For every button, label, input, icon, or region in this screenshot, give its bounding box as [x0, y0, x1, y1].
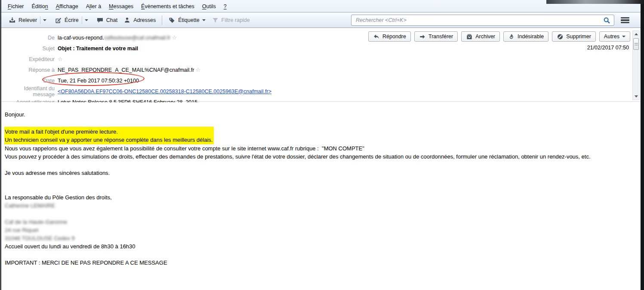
write-label: Écrire — [65, 17, 79, 23]
chat-icon — [96, 17, 104, 24]
reply-to-label: Réponse à — [1, 67, 58, 73]
down-arrow-icon — [635, 95, 638, 98]
reply-to-value: NE_PAS_REPONDRE_A_CE_MAIL%CNAF@cnafmail.… — [58, 67, 194, 73]
date-label: Date — [1, 78, 58, 84]
global-search-field[interactable] — [351, 15, 614, 26]
delete-label: Supprimer — [566, 34, 591, 40]
addresses-label: Adresses — [133, 17, 156, 23]
highlighted-notice: Votre mail a fait l'objet d'une première… — [4, 127, 214, 144]
search-input[interactable] — [355, 17, 603, 24]
scrollbar-thumb[interactable] — [633, 38, 639, 50]
tag-icon — [168, 17, 176, 24]
message-body: Bonjour. Votre mail a fait l'objet d'une… — [1, 102, 641, 290]
signature-address2-redacted: 31046 TOULOUSE Cedex 9 — [5, 234, 636, 242]
reply-label: Répondre — [382, 34, 406, 40]
junk-icon — [508, 34, 515, 40]
menu-edition[interactable]: Édition — [28, 2, 52, 11]
header-row-reply-to: Réponse à NE_PAS_REPONDRE_A_CE_MAIL%CNAF… — [1, 64, 641, 75]
menu-evenements-et-taches[interactable]: Évènements et tâches — [137, 2, 198, 11]
write-button[interactable]: Écrire — [52, 15, 82, 26]
message-id-label: Identifiant du message — [1, 85, 58, 98]
header-row-message-id: Identifiant du message <OF80A56D0A.EF97C… — [1, 86, 641, 97]
star-icon[interactable]: ☆ — [172, 34, 177, 41]
delete-button[interactable]: Supprimer — [552, 31, 596, 42]
chat-label: Chat — [106, 17, 117, 23]
paragraph-account-info: Nous vous rappelons que vous avez égalem… — [5, 144, 636, 153]
highlight-line-1: Votre mail a fait l'objet d'une première… — [5, 128, 213, 136]
star-icon[interactable]: ☆ — [58, 56, 63, 62]
from-value-redacted: caftoulouse@caf.cnafmail.fr — [104, 35, 170, 41]
chevron-down-icon — [43, 19, 46, 21]
received-date: 21/02/2017 07:50 — [587, 45, 629, 51]
from-value: la-caf-vous-repond. — [58, 35, 104, 41]
tag-label: Étiquette — [178, 17, 199, 23]
menu-aide[interactable]: ? — [220, 2, 231, 11]
chevron-down-icon — [202, 19, 206, 21]
addresses-icon — [123, 17, 131, 24]
message-id-link[interactable]: <OF80A56D0A.EF97CC06-ONC12580CE.00258318… — [58, 89, 271, 95]
background-window-edge — [546, 0, 644, 4]
hamburger-icon — [621, 17, 629, 18]
signature-name-redacted: Catherine LEMAIRE — [5, 201, 636, 210]
message-header-pane: De la-caf-vous-repond.caftoulouse@caf.cn… — [1, 28, 641, 102]
delete-icon — [557, 34, 564, 40]
paragraph-services: Vous pouvez y procéder à des simulations… — [5, 153, 636, 161]
date-value: Tue, 21 Feb 2017 07:50:32 +0100 — [58, 78, 139, 84]
signature-role: La responsable du Pôle Gestion des droit… — [5, 193, 636, 201]
sender-label: Expéditeur — [1, 56, 58, 62]
header-row-sender: Expéditeur ☆ — [1, 54, 641, 64]
get-mail-icon — [9, 17, 16, 24]
tag-button[interactable]: Étiquette — [165, 15, 208, 26]
toolbar-separator — [162, 15, 162, 25]
chevron-down-icon — [85, 19, 88, 21]
closing: Je vous adresse mes sincères salutations… — [5, 169, 636, 177]
search-icon — [603, 17, 610, 24]
important-notice: IMPORTANT : MERCI DE NE PAS REPONDRE A C… — [5, 259, 636, 267]
junk-label: Indésirable — [518, 34, 544, 40]
get-mail-label: Relever — [18, 17, 37, 23]
star-icon[interactable]: ☆ — [195, 67, 200, 73]
quick-filter-icon — [212, 17, 219, 24]
app-menu-button[interactable] — [620, 15, 630, 25]
archive-label: Archiver — [475, 34, 495, 40]
header-scrollbar[interactable] — [632, 31, 640, 100]
addresses-button[interactable]: Adresses — [120, 15, 159, 26]
chevron-down-icon — [622, 36, 626, 37]
window-right-edge — [641, 0, 644, 290]
menu-outils[interactable]: Outils — [198, 2, 220, 11]
get-mail-dropdown[interactable] — [40, 16, 49, 24]
get-mail-button[interactable]: Relever — [6, 15, 40, 26]
up-arrow-icon — [635, 33, 638, 35]
main-toolbar: Relever Écrire Chat Adresses Étiquette — [1, 13, 641, 28]
menu-messages[interactable]: Messages — [105, 2, 137, 11]
scroll-up-button[interactable] — [633, 31, 639, 37]
menu-aller-a[interactable]: Aller à — [82, 2, 105, 11]
subject-value: Objet : Traitement de votre mail — [58, 46, 138, 52]
opening-hours: Accueil ouvert du lundi au vendredi de 8… — [5, 242, 636, 250]
greeting: Bonjour. — [5, 110, 636, 119]
reply-button[interactable]: Répondre — [368, 31, 411, 42]
quick-filter-button[interactable]: Filtre rapide — [209, 15, 253, 26]
reply-icon — [373, 34, 380, 40]
menu-fichier[interactable]: Fichier — [4, 2, 28, 11]
highlight-line-2: Un technicien conseil va y apporter une … — [5, 136, 213, 144]
write-dropdown[interactable] — [82, 16, 91, 24]
signature-org-redacted: Caf de la Haute-Garonne — [5, 218, 636, 226]
scroll-down-button[interactable] — [633, 93, 639, 100]
junk-button[interactable]: Indésirable — [503, 31, 548, 42]
forward-button[interactable]: Transférer — [414, 31, 458, 42]
menu-bar: Fichier Édition Affichage Aller à Messag… — [1, 0, 641, 12]
scrollbar-track[interactable] — [633, 51, 639, 93]
window-left-border — [0, 0, 1, 290]
header-row-subject: Sujet Objet : Traitement de votre mail — [1, 43, 641, 54]
archive-button[interactable]: Archiver — [461, 31, 500, 42]
quick-filter-label: Filtre rapide — [222, 17, 250, 23]
message-action-buttons: Répondre Transférer Archiver Indésirable — [368, 31, 630, 42]
header-row-date: Date Tue, 21 Feb 2017 07:50:32 +0100 — [1, 75, 641, 86]
menu-affichage[interactable]: Affichage — [52, 2, 82, 11]
chat-button[interactable]: Chat — [93, 15, 120, 26]
more-button[interactable]: Autres — [599, 31, 630, 42]
signature-address1-redacted: 24 rue Riquet — [5, 226, 636, 234]
forward-icon — [419, 34, 426, 40]
more-label: Autres — [604, 34, 619, 40]
